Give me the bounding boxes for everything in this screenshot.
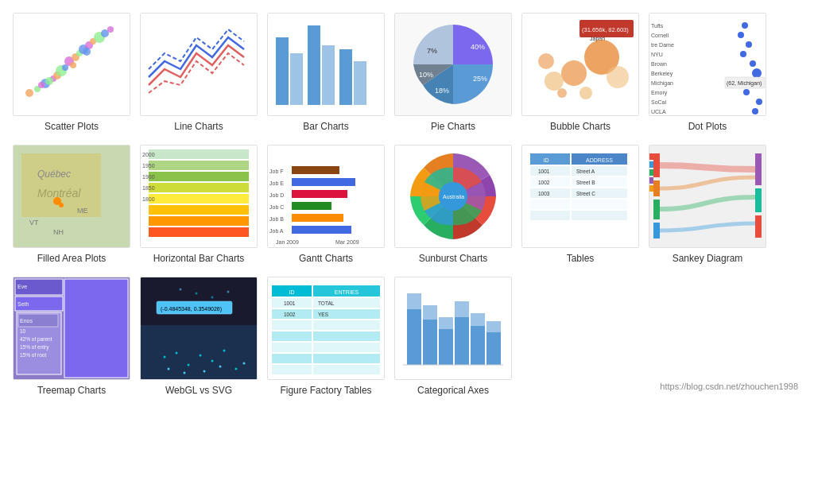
svg-rect-134 — [653, 180, 660, 196]
svg-point-16 — [107, 26, 114, 33]
chart-thumb-hbar[interactable]: 2000 1950 1900 1850 1800 — [140, 145, 258, 248]
svg-point-18 — [45, 77, 53, 85]
chart-item-bar[interactable]: Bar Charts — [267, 13, 385, 132]
chart-thumb-gantt[interactable]: Job F Job E Job D Job C Job B Job A Jan … — [267, 145, 385, 248]
svg-rect-159 — [141, 325, 257, 379]
svg-point-164 — [188, 364, 190, 366]
svg-point-44 — [579, 87, 592, 99]
svg-rect-189 — [272, 331, 312, 341]
chart-thumb-filled-area[interactable]: Québec Montréal ME VT NH — [13, 145, 130, 248]
svg-rect-112 — [530, 153, 570, 165]
chart-item-tables[interactable]: ID ADDRESS 1001 Street A 100 — [521, 145, 639, 264]
chart-item-gantt[interactable]: Job F Job E Job D Job C Job B Job A Jan … — [267, 145, 385, 264]
svg-rect-27 — [339, 49, 352, 105]
chart-item-hbar[interactable]: 2000 1950 1900 1850 1800 Horizontal Bar … — [140, 145, 258, 264]
chart-thumb-scatter[interactable] — [13, 13, 130, 116]
chart-item-dot[interactable]: Tufts Cornell tre Dame NYU Brown Berkele… — [649, 13, 766, 132]
chart-thumb-dot[interactable]: Tufts Cornell tre Dame NYU Brown Berkele… — [649, 13, 766, 116]
svg-rect-84 — [149, 194, 249, 204]
svg-rect-191 — [272, 343, 312, 352]
svg-text:tre Dame: tre Dame — [651, 42, 674, 48]
svg-text:18%: 18% — [435, 87, 449, 95]
chart-item-sunburst[interactable]: Australia Sunburst Charts — [394, 145, 512, 264]
chart-label-bubble: Bubble Charts — [550, 121, 610, 132]
svg-rect-82 — [149, 172, 249, 181]
svg-text:NH: NH — [53, 228, 64, 236]
svg-rect-101 — [292, 178, 355, 186]
chart-thumb-line[interactable] — [140, 13, 258, 116]
svg-rect-86 — [149, 216, 249, 226]
svg-rect-24 — [290, 53, 303, 105]
svg-rect-213 — [486, 321, 501, 332]
chart-item-categorical[interactable]: Categorical Axes — [394, 277, 512, 396]
svg-text:Brown: Brown — [651, 61, 667, 67]
chart-item-bubble[interactable]: (31.656k, 82.603) Japan Bubble Charts — [521, 13, 639, 132]
svg-text:Jan 2009: Jan 2009 — [276, 239, 299, 245]
chart-thumb-categorical[interactable] — [394, 277, 512, 380]
chart-item-pie[interactable]: 40% 25% 18% 10% 7% Pie Charts — [394, 13, 512, 132]
chart-label-dot: Dot Plots — [688, 121, 727, 132]
svg-rect-192 — [313, 343, 380, 352]
svg-text:1001: 1001 — [538, 169, 550, 174]
svg-rect-137 — [755, 153, 762, 185]
svg-text:Job E: Job E — [269, 180, 284, 186]
svg-rect-157 — [64, 279, 128, 378]
chart-item-ff-tables[interactable]: ID ENTRIES — [267, 277, 385, 396]
svg-text:Michigan: Michigan — [651, 80, 673, 87]
svg-text:Street C: Street C — [576, 191, 595, 196]
chart-thumb-treemap[interactable]: Eve Seth Enos 10 42% of parent 15% of en… — [13, 277, 130, 380]
svg-rect-124 — [530, 211, 570, 220]
svg-point-62 — [752, 68, 762, 78]
chart-thumb-webgl[interactable]: (-0.4845348, 0.3549026) — [140, 277, 258, 380]
chart-item-scatter[interactable]: Scatter Plots — [13, 13, 130, 132]
svg-text:15% of entry: 15% of entry — [20, 344, 49, 351]
svg-rect-187 — [272, 320, 312, 330]
svg-point-176 — [180, 289, 182, 291]
svg-point-58 — [738, 32, 744, 38]
svg-text:ID: ID — [544, 157, 549, 163]
chart-thumb-pie[interactable]: 40% 25% 18% 10% 7% — [394, 13, 512, 116]
chart-item-webgl[interactable]: (-0.4845348, 0.3549026) — [140, 277, 258, 396]
svg-point-171 — [204, 370, 206, 373]
svg-text:10: 10 — [20, 328, 26, 334]
svg-rect-194 — [313, 354, 380, 363]
svg-point-170 — [184, 372, 186, 374]
chart-item-sankey[interactable]: Sankey Diagram — [649, 145, 766, 264]
chart-label-hbar: Horizontal Bar Charts — [153, 253, 245, 264]
svg-point-17 — [38, 82, 45, 88]
svg-rect-190 — [313, 331, 380, 341]
svg-rect-193 — [272, 354, 312, 363]
chart-thumb-sunburst[interactable]: Australia — [394, 145, 512, 248]
chart-item-filled-area[interactable]: Québec Montréal ME VT NH Filled Area Plo… — [13, 145, 130, 264]
svg-point-61 — [750, 60, 756, 67]
chart-label-line: Line Charts — [174, 121, 223, 132]
chart-thumb-ff-tables[interactable]: ID ENTRIES — [267, 277, 385, 380]
svg-text:Street B: Street B — [576, 180, 595, 185]
chart-thumb-sankey[interactable] — [649, 145, 766, 248]
svg-rect-205 — [423, 305, 437, 320]
chart-thumb-tables[interactable]: ID ADDRESS 1001 Street A 100 — [521, 145, 639, 248]
svg-text:Mar 2009: Mar 2009 — [335, 239, 359, 245]
svg-point-41 — [545, 72, 564, 91]
chart-thumb-bubble[interactable]: (31.656k, 82.603) Japan — [521, 13, 639, 116]
svg-text:(-0.4845348, 0.3549026): (-0.4845348, 0.3549026) — [161, 306, 222, 312]
chart-item-treemap[interactable]: Eve Seth Enos 10 42% of parent 15% of en… — [13, 277, 130, 396]
chart-item-line[interactable]: Line Charts — [140, 13, 258, 132]
svg-rect-100 — [292, 166, 339, 174]
svg-rect-207 — [439, 317, 453, 329]
svg-text:Job A: Job A — [269, 228, 284, 234]
svg-text:YES: YES — [318, 312, 329, 317]
svg-text:Tufts: Tufts — [651, 23, 664, 29]
svg-rect-85 — [149, 205, 249, 215]
svg-text:ID: ID — [289, 289, 295, 295]
svg-text:10%: 10% — [419, 71, 433, 79]
svg-text:ENTRIES: ENTRIES — [335, 289, 359, 295]
svg-rect-195 — [272, 365, 312, 374]
chart-thumb-bar[interactable] — [267, 13, 385, 116]
svg-text:1800: 1800 — [142, 196, 155, 202]
svg-rect-139 — [755, 215, 762, 238]
chart-label-sankey: Sankey Diagram — [673, 253, 743, 264]
svg-point-173 — [243, 362, 246, 365]
svg-rect-211 — [471, 313, 485, 326]
svg-text:Enos: Enos — [20, 318, 33, 324]
